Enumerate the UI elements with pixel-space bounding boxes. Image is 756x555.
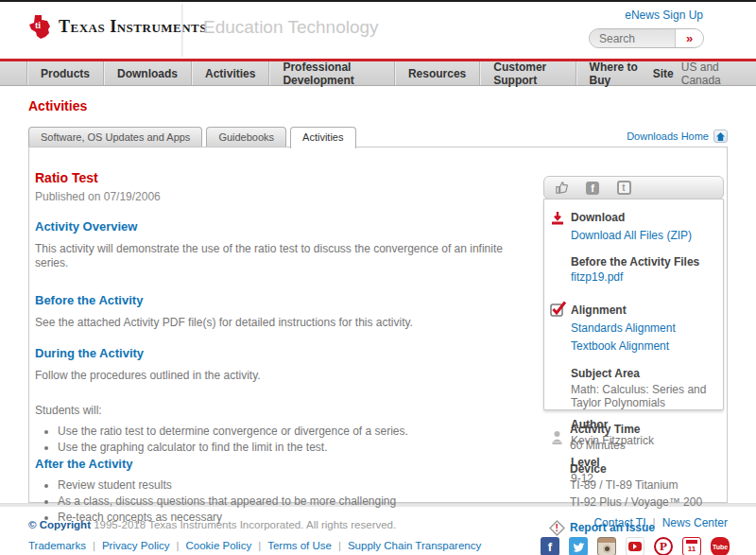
level-section: Level 9-12: [544, 456, 717, 485]
site-value: US and Canada: [681, 61, 728, 87]
like-icon[interactable]: [554, 181, 569, 196]
division-title: Education Technology: [203, 17, 379, 38]
site-label: Site: [653, 67, 674, 80]
search-submit-icon: »: [686, 31, 693, 45]
footer-social-icons: f P 11 Tube: [541, 537, 730, 555]
terms-of-use-link[interactable]: Terms of Use: [267, 540, 332, 551]
after-bullet: Re-teach concepts as necessary: [58, 511, 531, 524]
nav-item-products[interactable]: Products: [26, 61, 103, 85]
standards-alignment-link[interactable]: Standards Alignment: [571, 321, 717, 336]
home-icon[interactable]: [713, 130, 728, 143]
overview-text: This activity will demonstrate the use o…: [35, 242, 531, 270]
activity-title: Ratio Test: [35, 170, 531, 185]
report-issue-icon: !: [549, 520, 566, 537]
search-input[interactable]: [590, 29, 675, 47]
before-text: See the attached Activity PDF file(s) fo…: [35, 316, 531, 330]
nav-item-downloads[interactable]: Downloads: [103, 61, 191, 85]
subject-area-section: Subject Area Math: Calculus: Series and …: [544, 367, 717, 409]
supply-chain-link[interactable]: Supply Chain Transparency: [348, 540, 481, 551]
cookie-policy-link[interactable]: Cookie Policy: [186, 540, 252, 551]
after-bullet-list: Review student results As a class, discu…: [35, 478, 531, 524]
downloads-home-link[interactable]: Downloads Home: [627, 130, 709, 142]
facebook-icon[interactable]: f: [541, 537, 559, 555]
during-heading: During the Activity: [35, 346, 531, 360]
alignment-checkbox-icon: [550, 301, 567, 318]
author-icon: [550, 430, 567, 447]
nav-item-customer-support[interactable]: Customer Support: [479, 61, 575, 85]
twitter-share-icon[interactable]: t: [616, 181, 631, 196]
report-issue-link[interactable]: Report an Issue: [570, 521, 655, 534]
site-header: ti TEXAS INSTRUMENTS Education Technolog…: [0, 2, 756, 59]
device-value-2: TI-92 Plus / Voyage™ 200: [570, 495, 724, 509]
ti-texas-logo-icon: ti: [28, 14, 51, 39]
author-value: Kevin Fitzpatrick: [571, 434, 717, 447]
students-bullet: Use the graphing calculator to find the …: [58, 441, 531, 454]
before-heading: Before the Activity: [35, 293, 531, 307]
twitter-icon[interactable]: [569, 537, 588, 555]
download-icon: [550, 211, 567, 228]
tab-software-os-updates[interactable]: Software, OS Updates and Apps: [28, 127, 202, 147]
activity-sidebar: f t Download Download All Files (ZIP) Be…: [543, 176, 724, 534]
tube-icon[interactable]: Tube: [711, 537, 730, 555]
search-box: »: [589, 28, 704, 48]
enews-signup-link[interactable]: eNews Sign Up: [625, 9, 703, 22]
nav-item-where-to-buy[interactable]: Where to Buy: [576, 61, 653, 85]
legal-links: Trademarks|Privacy Policy|Cookie Policy|…: [28, 540, 481, 551]
after-bullet: As a class, discuss questions that appea…: [58, 494, 531, 508]
published-date: Published on 07/19/2006: [35, 190, 531, 203]
level-value: 9-12: [571, 472, 717, 485]
page-title: Activities: [28, 98, 756, 113]
privacy-policy-link[interactable]: Privacy Policy: [102, 540, 170, 551]
after-bullet: Review student results: [58, 478, 531, 492]
youtube-icon[interactable]: [626, 537, 644, 555]
students-bullet-list: Use the ratio test to determine converge…: [35, 425, 531, 454]
download-section: Download Download All Files (ZIP) Before…: [544, 211, 717, 285]
tab-activities[interactable]: Activities: [290, 127, 355, 148]
nav-item-activities[interactable]: Activities: [191, 61, 268, 85]
overview-heading: Activity Overview: [35, 219, 531, 234]
instagram-icon[interactable]: [597, 537, 616, 555]
tab-guidebooks[interactable]: Guidebooks: [206, 127, 286, 147]
facebook-share-icon[interactable]: f: [585, 181, 600, 196]
download-label: Download: [571, 211, 717, 225]
nav-item-resources[interactable]: Resources: [394, 61, 479, 85]
ti-logo[interactable]: ti TEXAS INSTRUMENTS: [28, 14, 207, 39]
svg-text:!: !: [556, 523, 558, 533]
alignment-label: Alignment: [571, 304, 717, 318]
report-issue-row: ! Report an Issue: [543, 521, 724, 534]
before-files-label: Before the Activity Files: [571, 255, 717, 269]
search-submit-button[interactable]: »: [675, 29, 703, 47]
site-selector[interactable]: Site US and Canada: [653, 61, 728, 85]
tab-content-panel: Ratio Test Published on 07/19/2006 Activ…: [28, 147, 728, 503]
subject-area-label: Subject Area: [571, 367, 717, 381]
brand-name: TEXAS INSTRUMENTS: [59, 17, 207, 37]
ti-calculator-icon[interactable]: 11: [682, 537, 701, 555]
textbook-alignment-link[interactable]: Textbook Alignment: [571, 339, 717, 354]
trademarks-link[interactable]: Trademarks: [28, 540, 86, 551]
main-nav: Products Downloads Activities Profession…: [0, 61, 756, 86]
downloads-tabs: Software, OS Updates and Apps Guidebooks…: [0, 125, 756, 147]
level-label: Level: [571, 456, 717, 470]
after-heading: After the Activity: [35, 457, 531, 471]
activity-article: Ratio Test Published on 07/19/2006 Activ…: [35, 170, 531, 527]
alignment-section: Alignment Standards Alignment Textbook A…: [544, 304, 717, 354]
during-text: Follow the procedures outlined in the ac…: [35, 369, 531, 383]
header-divider: [181, 4, 182, 57]
author-section: Author Kevin Fitzpatrick: [544, 418, 717, 447]
svg-text:ti: ti: [35, 20, 41, 30]
students-bullet: Use the ratio test to determine converge…: [58, 425, 531, 438]
download-all-files-link[interactable]: Download All Files (ZIP): [571, 229, 717, 243]
share-toolbar: f t: [543, 176, 724, 199]
subject-area-value: Math: Calculus: Series and Taylor Polyno…: [571, 383, 717, 409]
author-label: Author: [571, 418, 717, 432]
pinterest-icon[interactable]: P: [654, 537, 673, 555]
activity-details-box: Download Download All Files (ZIP) Before…: [543, 199, 724, 410]
activity-file-link[interactable]: fitzp19.pdf: [571, 270, 717, 285]
nav-item-professional-development[interactable]: Professional Development: [268, 61, 394, 85]
downloads-home[interactable]: Downloads Home: [627, 130, 728, 143]
students-intro: Students will:: [35, 404, 531, 417]
